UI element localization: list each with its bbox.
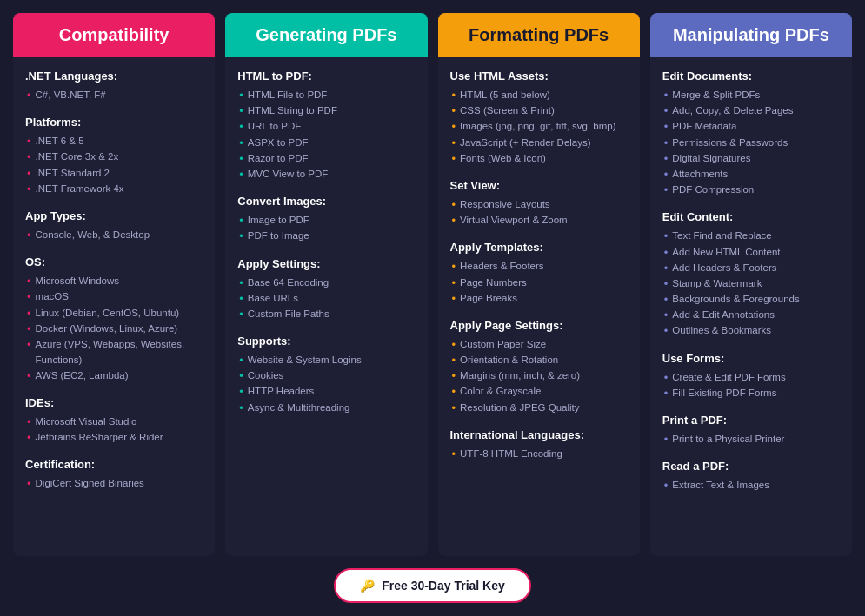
bullet-icon: • xyxy=(664,182,669,198)
list-item: •Print to a Physical Printer xyxy=(662,432,840,447)
bullet-icon: • xyxy=(239,103,243,119)
bullet-icon: • xyxy=(239,291,243,307)
bullet-icon: • xyxy=(664,245,669,261)
bullet-icon: • xyxy=(664,386,669,401)
bullet-icon: • xyxy=(27,321,31,337)
list-item: •Orientation & Rotation xyxy=(450,353,628,368)
item-text: Add Headers & Footers xyxy=(672,261,776,276)
list-item: •ASPX to PDF xyxy=(237,136,415,151)
list-item: •.NET Standard 2 xyxy=(25,166,203,182)
bullet-icon: • xyxy=(452,401,456,416)
bullet-icon: • xyxy=(27,228,31,243)
list-item: •AWS (EC2, Lambda) xyxy=(25,368,203,384)
bullet-icon: • xyxy=(27,182,31,197)
item-text: Base URLs xyxy=(248,291,298,307)
item-text: Linux (Debian, CentOS, Ubuntu) xyxy=(36,306,180,321)
item-text: Docker (Windows, Linux, Azure) xyxy=(36,321,178,337)
item-text: Base 64 Encoding xyxy=(248,275,329,291)
item-text: ASPX to PDF xyxy=(248,136,309,151)
item-text: Resolution & JPEG Quality xyxy=(460,401,579,416)
section-edit-content:: Edit Content:•Text Find and Replace•Add … xyxy=(662,210,840,339)
list-item: •Website & System Logins xyxy=(237,353,415,368)
section-.net-languages:: .NET Languages:•C#, VB.NET, F# xyxy=(25,70,203,103)
list-item: •Digital Signatures xyxy=(662,151,840,167)
list-item: •Cookies xyxy=(237,368,415,384)
list-item: •HTML (5 and below) xyxy=(450,88,628,103)
list-item: •HTML String to PDF xyxy=(237,103,415,119)
bullet-icon: • xyxy=(239,213,243,229)
list-item: •Base URLs xyxy=(237,291,415,307)
bullet-icon: • xyxy=(664,88,669,103)
bullet-icon: • xyxy=(27,134,31,149)
bullet-icon: • xyxy=(452,213,456,229)
trial-button[interactable]: 🔑 Free 30-Day Trial Key xyxy=(334,568,531,603)
section-title: Edit Content: xyxy=(662,210,840,223)
item-text: HTML File to PDF xyxy=(248,88,328,103)
bullet-icon: • xyxy=(239,136,243,151)
item-text: Orientation & Rotation xyxy=(460,353,558,368)
list-item: •Docker (Windows, Linux, Azure) xyxy=(25,321,203,337)
item-text: PDF Metadata xyxy=(672,119,736,135)
section-title: IDEs: xyxy=(25,396,203,409)
column-header-formatting: Formatting PDFs xyxy=(438,13,640,57)
bullet-icon: • xyxy=(239,151,243,167)
bullet-icon: • xyxy=(27,476,31,492)
section-certification:: Certification:•DigiCert Signed Binaries xyxy=(25,458,203,492)
bullet-icon: • xyxy=(239,275,243,291)
item-text: HTML (5 and below) xyxy=(460,88,550,103)
bullet-icon: • xyxy=(239,88,243,103)
section-apply-settings:: Apply Settings:•Base 64 Encoding•Base UR… xyxy=(237,257,415,323)
item-text: PDF Compression xyxy=(672,182,754,198)
bullet-icon: • xyxy=(664,323,669,339)
section-title: Apply Page Settings: xyxy=(450,319,628,332)
bullet-icon: • xyxy=(664,151,669,167)
item-text: Page Breaks xyxy=(460,291,517,307)
section-set-view:: Set View:•Responsive Layouts•Virtual Vie… xyxy=(450,179,628,229)
column-compatibility: Compatibility.NET Languages:•C#, VB.NET,… xyxy=(13,13,215,556)
list-item: •UTF-8 HTML Encoding xyxy=(450,447,628,462)
section-app-types:: App Types:•Console, Web, & Desktop xyxy=(25,209,203,243)
bullet-icon: • xyxy=(452,136,456,151)
item-text: Jetbrains ReSharper & Rider xyxy=(36,430,163,446)
list-item: •Add New HTML Content xyxy=(662,245,840,261)
list-item: •Custom Paper Size xyxy=(450,337,628,353)
item-text: Microsoft Visual Studio xyxy=(36,414,137,430)
item-text: Responsive Layouts xyxy=(460,197,550,213)
list-item: •Azure (VPS, Webapps, Websites, Function… xyxy=(25,337,203,368)
list-item: •Add, Copy, & Delete Pages xyxy=(662,103,840,119)
list-item: •Images (jpg, png, gif, tiff, svg, bmp) xyxy=(450,119,628,135)
column-body-generating: HTML to PDF:•HTML File to PDF•HTML Strin… xyxy=(225,57,427,556)
section-title: International Languages: xyxy=(450,428,628,441)
bullet-icon: • xyxy=(452,259,456,275)
item-text: Outlines & Bookmarks xyxy=(672,323,771,339)
item-text: Create & Edit PDF Forms xyxy=(672,370,785,386)
section-apply-page-settings:: Apply Page Settings:•Custom Paper Size•O… xyxy=(450,319,628,416)
section-print-a-pdf:: Print a PDF:•Print to a Physical Printer xyxy=(662,414,840,447)
list-item: •HTTP Headers xyxy=(237,384,415,400)
list-item: •DigiCert Signed Binaries xyxy=(25,476,203,492)
bullet-icon: • xyxy=(452,368,456,384)
section-title: App Types: xyxy=(25,209,203,222)
list-item: •Jetbrains ReSharper & Rider xyxy=(25,430,203,446)
section-ides:: IDEs:•Microsoft Visual Studio•Jetbrains … xyxy=(25,396,203,446)
section-use-html-assets:: Use HTML Assets:•HTML (5 and below)•CSS … xyxy=(450,70,628,167)
bullet-icon: • xyxy=(452,353,456,368)
bullet-icon: • xyxy=(239,229,243,244)
bullet-icon: • xyxy=(452,275,456,291)
item-text: C#, VB.NET, F# xyxy=(36,88,106,103)
item-text: Add & Edit Annotations xyxy=(672,308,775,323)
list-item: •Responsive Layouts xyxy=(450,197,628,213)
column-header-generating: Generating PDFs xyxy=(225,13,427,57)
item-text: .NET 6 & 5 xyxy=(36,134,84,149)
section-os:: OS:•Microsoft Windows•macOS•Linux (Debia… xyxy=(25,255,203,384)
section-title: Read a PDF: xyxy=(662,460,840,473)
bullet-icon: • xyxy=(452,447,456,462)
list-item: •Microsoft Visual Studio xyxy=(25,414,203,430)
list-item: •Margins (mm, inch, & zero) xyxy=(450,368,628,384)
item-text: Margins (mm, inch, & zero) xyxy=(460,368,580,384)
bullet-icon: • xyxy=(664,370,669,386)
section-title: Convert Images: xyxy=(237,195,415,208)
list-item: •MVC View to PDF xyxy=(237,167,415,182)
bullet-icon: • xyxy=(452,337,456,353)
bullet-icon: • xyxy=(239,384,243,400)
